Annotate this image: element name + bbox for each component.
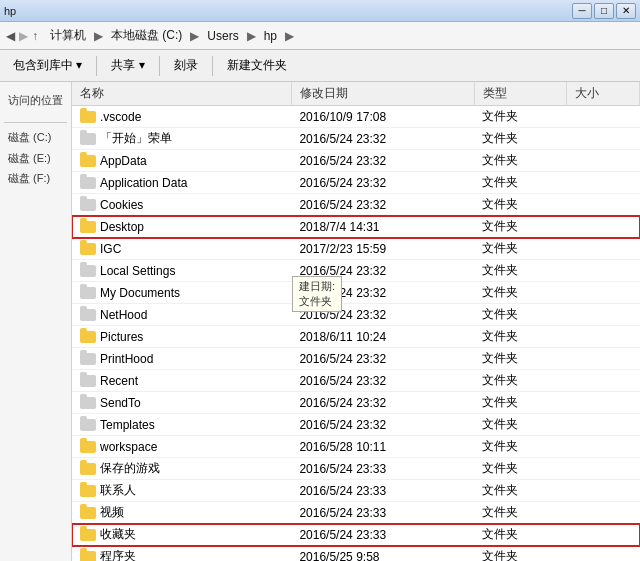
breadcrumb-hp[interactable]: hp [260,27,281,45]
sidebar: 访问的位置 磁盘 (C:) 磁盘 (E:) 磁盘 (F:) [0,82,72,561]
breadcrumb-up[interactable]: ↑ [32,29,38,43]
breadcrumb-computer[interactable]: 计算机 [46,25,90,46]
file-name-cell: 视频 [72,502,291,524]
sidebar-drive-c[interactable]: 磁盘 (C:) [4,127,67,147]
main-area: 访问的位置 磁盘 (C:) 磁盘 (E:) 磁盘 (F:) 名称 修改日期 类型… [0,82,640,561]
col-date[interactable]: 修改日期 [291,82,474,106]
table-row[interactable]: Application Data2016/5/24 23:32文件夹 [72,172,640,194]
folder-icon [80,507,96,519]
file-date: 2016/10/9 17:08 [291,106,474,128]
folder-icon [80,199,96,211]
share-button[interactable]: 共享 ▾ [102,54,153,78]
table-row[interactable]: 收藏夹2016/5/24 23:33文件夹 [72,524,640,546]
file-name: Local Settings [100,264,175,278]
table-row[interactable]: My Documents2016/5/24 23:32文件夹 [72,282,640,304]
table-row[interactable]: Pictures2018/6/11 10:24文件夹 [72,326,640,348]
toolbar: 包含到库中 ▾ 共享 ▾ 刻录 新建文件夹 [0,50,640,82]
file-type: 文件夹 [474,414,566,436]
file-name-cell: My Documents [72,282,291,304]
breadcrumb-disk[interactable]: 本地磁盘 (C:) [107,25,186,46]
table-row[interactable]: workspace2016/5/28 10:11文件夹 [72,436,640,458]
table-row[interactable]: 保存的游戏2016/5/24 23:33文件夹 [72,458,640,480]
file-size [567,304,640,326]
file-name-cell: 收藏夹 [72,524,291,546]
folder-icon [80,309,96,321]
table-row[interactable]: 「开始」荣单2016/5/24 23:32文件夹 [72,128,640,150]
maximize-button[interactable]: □ [594,3,614,19]
file-type: 文件夹 [474,216,566,238]
table-row[interactable]: 视频2016/5/24 23:33文件夹 [72,502,640,524]
table-row[interactable]: Local Settings2016/5/24 23:32文件夹 [72,260,640,282]
table-row[interactable]: Cookies2016/5/24 23:32文件夹 [72,194,640,216]
folder-icon [80,353,96,365]
col-type[interactable]: 类型 [474,82,566,106]
file-name-cell: 「开始」荣单 [72,128,291,150]
file-type: 文件夹 [474,458,566,480]
file-name: Cookies [100,198,143,212]
file-name-cell: Local Settings [72,260,291,282]
file-type: 文件夹 [474,348,566,370]
table-row[interactable]: Templates2016/5/24 23:32文件夹 [72,414,640,436]
file-name: 视频 [100,505,124,519]
file-date: 2016/5/24 23:32 [291,282,474,304]
burn-button[interactable]: 刻录 [165,54,207,78]
file-type: 文件夹 [474,238,566,260]
file-name: Application Data [100,176,187,190]
file-name-cell: Cookies [72,194,291,216]
file-size [567,414,640,436]
breadcrumb-arrow-forward[interactable]: ▶ [19,29,28,43]
file-name: Recent [100,374,138,388]
table-row[interactable]: Desktop2018/7/4 14:31文件夹 [72,216,640,238]
file-date: 2016/5/24 23:33 [291,502,474,524]
file-name-cell: SendTo [72,392,291,414]
table-row[interactable]: SendTo2016/5/24 23:32文件夹 [72,392,640,414]
file-type: 文件夹 [474,282,566,304]
file-date: 2016/5/24 23:32 [291,414,474,436]
folder-icon [80,375,96,387]
new-folder-button[interactable]: 新建文件夹 [218,54,296,78]
file-name: NetHood [100,308,147,322]
table-row[interactable]: AppData2016/5/24 23:32文件夹 [72,150,640,172]
file-size [567,282,640,304]
breadcrumb-users[interactable]: Users [203,27,242,45]
file-name: Pictures [100,330,143,344]
file-name-cell: .vscode [72,106,291,128]
table-row[interactable]: NetHood2016/5/24 23:32文件夹 [72,304,640,326]
title-text: hp [4,5,572,17]
file-date: 2016/5/24 23:32 [291,260,474,282]
sidebar-drive-e[interactable]: 磁盘 (E:) [4,148,67,168]
file-size [567,392,640,414]
toolbar-divider-3 [212,56,213,76]
file-name: AppData [100,154,147,168]
close-button[interactable]: ✕ [616,3,636,19]
col-size[interactable]: 大小 [567,82,640,106]
file-type: 文件夹 [474,128,566,150]
table-row[interactable]: IGC2017/2/23 15:59文件夹 [72,238,640,260]
breadcrumb-arrow-back[interactable]: ◀ [6,29,15,43]
table-row[interactable]: 联系人2016/5/24 23:33文件夹 [72,480,640,502]
file-name: workspace [100,440,157,454]
folder-icon [80,177,96,189]
folder-icon [80,485,96,497]
file-date: 2016/5/28 10:11 [291,436,474,458]
file-name: SendTo [100,396,141,410]
folder-icon [80,529,96,541]
col-name[interactable]: 名称 [72,82,291,106]
folder-icon [80,463,96,475]
file-name: PrintHood [100,352,153,366]
table-row[interactable]: Recent2016/5/24 23:32文件夹 [72,370,640,392]
table-row[interactable]: .vscode2016/10/9 17:08文件夹 [72,106,640,128]
table-row[interactable]: 程序夹2016/5/25 9:58文件夹 [72,546,640,562]
table-row[interactable]: PrintHood2016/5/24 23:32文件夹 [72,348,640,370]
include-library-button[interactable]: 包含到库中 ▾ [4,54,91,78]
file-name-cell: Templates [72,414,291,436]
sidebar-drive-f[interactable]: 磁盘 (F:) [4,168,67,188]
file-type: 文件夹 [474,524,566,546]
file-date: 2016/5/24 23:33 [291,458,474,480]
file-size [567,216,640,238]
file-name-cell: AppData [72,150,291,172]
file-name-cell: Desktop [72,216,291,238]
minimize-button[interactable]: ─ [572,3,592,19]
file-list: 名称 修改日期 类型 大小 .vscode2016/10/9 17:08文件夹「… [72,82,640,561]
file-date: 2016/5/24 23:32 [291,194,474,216]
